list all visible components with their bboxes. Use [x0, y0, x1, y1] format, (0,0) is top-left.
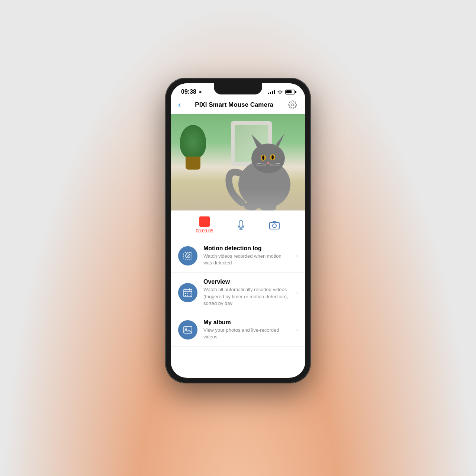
album-subtitle: View your photos and live-recorded video…: [203, 327, 290, 340]
phone-screen: 09:38 ➤: [171, 83, 305, 378]
svg-point-19: [273, 224, 276, 228]
signal-icon: [268, 90, 275, 94]
svg-point-31: [185, 293, 186, 294]
phone-frame: 09:38 ➤: [165, 78, 311, 383]
overview-text: Overview Watch all automatically recoded…: [203, 279, 290, 307]
overview-icon-circle: [178, 283, 197, 302]
svg-point-7: [262, 155, 264, 160]
svg-point-0: [292, 104, 294, 106]
album-chevron: ›: [296, 327, 298, 333]
overview-subtitle: Watch all automatically recoded videos (…: [203, 286, 290, 307]
menu-item-motion-detection[interactable]: Motion detection log Watch videos record…: [171, 239, 305, 273]
svg-point-34: [185, 295, 186, 296]
svg-point-2: [251, 144, 285, 173]
record-button[interactable]: 00:00:05: [196, 216, 213, 234]
status-time: 09:38 ➤: [181, 89, 202, 95]
wifi-icon: [277, 89, 283, 95]
svg-point-35: [187, 295, 188, 296]
motion-detection-text: Motion detection log Watch videos record…: [203, 245, 290, 266]
motion-detection-subtitle: Watch videos recorded when motion was de…: [203, 253, 290, 266]
navigation-bar: ‹ PIXI Smart Mouse Camera: [171, 98, 305, 114]
svg-rect-18: [270, 222, 279, 229]
svg-marker-3: [251, 134, 263, 147]
motion-detection-chevron: ›: [296, 253, 298, 259]
overview-chevron: ›: [296, 289, 298, 296]
svg-point-32: [187, 293, 188, 294]
svg-point-8: [271, 155, 274, 160]
menu-item-album[interactable]: My album View your photos and live-recor…: [171, 313, 305, 347]
battery-icon: [285, 90, 295, 94]
svg-point-33: [190, 293, 190, 294]
svg-rect-20: [184, 253, 192, 259]
time-display: 09:38: [181, 89, 196, 95]
album-text: My album View your photos and live-recor…: [203, 319, 290, 340]
phone-notch: [214, 83, 262, 94]
record-icon: [199, 216, 210, 227]
back-button[interactable]: ‹: [178, 100, 181, 110]
controls-row: 00:00:05: [171, 210, 305, 239]
album-icon-circle: [178, 320, 197, 340]
menu-list: Motion detection log Watch videos record…: [171, 239, 305, 347]
svg-point-25: [188, 255, 189, 256]
menu-item-overview[interactable]: Overview Watch all automatically recoded…: [171, 273, 305, 313]
album-title: My album: [203, 319, 290, 326]
microphone-button[interactable]: [235, 219, 247, 231]
status-icons: [268, 89, 295, 95]
motion-detection-title: Motion detection log: [203, 245, 290, 252]
svg-point-9: [267, 162, 270, 164]
plant-decoration: [178, 125, 208, 170]
svg-marker-4: [276, 133, 285, 147]
scene: 09:38 ➤: [0, 0, 476, 476]
record-timer: 00:00:05: [196, 228, 213, 234]
snapshot-button[interactable]: [269, 219, 280, 231]
camera-feed[interactable]: [171, 114, 305, 210]
svg-point-36: [190, 295, 190, 296]
svg-rect-37: [184, 327, 192, 333]
svg-point-26: [187, 256, 189, 257]
page-title: PIXI Smart Mouse Camera: [195, 101, 273, 109]
overview-title: Overview: [203, 279, 290, 285]
svg-point-24: [187, 255, 187, 256]
svg-point-38: [185, 328, 187, 329]
motion-detection-icon-circle: [178, 246, 197, 266]
settings-button[interactable]: [287, 100, 298, 110]
location-arrow-icon: ➤: [199, 90, 202, 94]
svg-point-21: [186, 254, 190, 258]
